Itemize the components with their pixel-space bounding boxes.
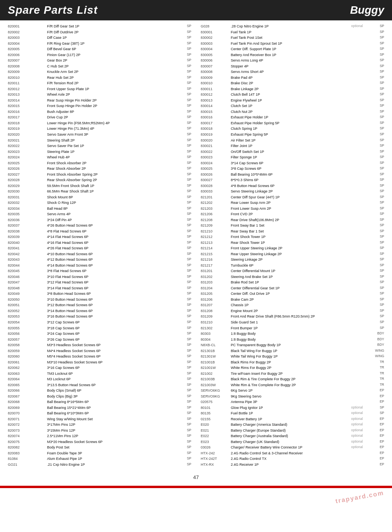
part-id: 820034 [7, 206, 45, 212]
table-row: 830017 Exhaust Pipe Holder Spring 5P SP [200, 120, 385, 126]
table-row: 820008 C Hub Set 2P SP [7, 64, 192, 69]
table-row: 820035 Servo Arms 4P SP [7, 211, 192, 217]
part-badge: SP [178, 149, 192, 154]
part-name: Filter Joint 1P [229, 143, 350, 149]
part-badge: SP [178, 189, 192, 194]
part-badge: SP [178, 160, 192, 166]
part-badge: EP [369, 445, 385, 450]
part-badge: SP [369, 280, 385, 285]
part-badge: SP [178, 274, 192, 280]
part-id: 830018 [200, 126, 229, 132]
part-badge: SP [369, 24, 385, 29]
part-id: 820014 [7, 98, 45, 103]
table-row: 820050 3*10 Button Head Screws 6P SP [7, 297, 192, 303]
part-optional [350, 280, 369, 285]
part-name: Antenna Pipe 3P [229, 399, 350, 405]
part-badge: SP [178, 382, 192, 388]
table-row: 820032 Shock O Ring 12P SP [7, 200, 192, 206]
part-optional [350, 382, 369, 388]
part-name: 2.4G Radio Control Set & 3-Channel Recei… [229, 450, 350, 456]
part-name: Steering Shaft 2P [45, 137, 178, 143]
part-optional [350, 450, 369, 456]
part-badge: SP [369, 64, 385, 69]
table-row: 830012 Clutch Bell 14T 1P SP [200, 92, 385, 98]
table-row: 820023 Steering Plate 1P SP [7, 149, 192, 154]
part-optional [350, 263, 369, 269]
part-badge: SP [369, 92, 385, 98]
page-number: 47 [193, 474, 199, 480]
table-row: 830016 Exhaust Pipe Holder 1P SP [200, 114, 385, 120]
part-name: Bush Adjuster 8P [45, 109, 178, 115]
part-badge: SP [178, 109, 192, 115]
part-badge: SP [369, 405, 385, 411]
part-id: 820012 [7, 86, 45, 92]
part-badge: SP [178, 422, 192, 428]
part-optional [350, 394, 369, 399]
part-name: .28 Cxp Nitro Engine 1P [229, 24, 350, 29]
part-badge: SP [178, 439, 192, 445]
part-optional: optional [350, 410, 369, 416]
table-row: 820066 Body Clips (Small) 6P SP [7, 388, 192, 394]
part-name: Charger/ Receiver Battery Wire Connector… [229, 445, 350, 450]
part-badge: SP [369, 291, 385, 297]
part-badge: SP [178, 41, 192, 47]
part-name: Front Shock Absorber 2P [45, 160, 178, 166]
part-name: Servo Saver Arm Front 3P [45, 132, 178, 138]
part-badge: SP [178, 280, 192, 285]
part-badge: SP [178, 268, 192, 274]
part-id: 820022 [7, 143, 45, 149]
table-row: 831202 Steering And Brake Set 1P SP [200, 274, 385, 280]
part-badge: SP [369, 149, 385, 154]
part-name: Shock O Ring 12P [45, 200, 178, 206]
part-badge: SP [178, 80, 192, 86]
part-id: 820043 [7, 257, 45, 263]
table-row: 830011 Brake Linkage 2P SP [200, 86, 385, 92]
table-row: 820058 M3*3 Headless Socket Screws 6P SP [7, 342, 192, 348]
part-id: 820069 [7, 405, 45, 411]
table-row: 820048 3*14 Flat Head Screws 6P SP [7, 285, 192, 291]
part-id: 820049 [7, 291, 45, 297]
table-row: 821001B Black Rims For Buggy 2P TR [200, 359, 385, 365]
part-badge: SP [369, 126, 385, 132]
table-row: 820018 Lower Hinge Pin (F58.5Mm;R52Mm) 4… [7, 120, 192, 126]
table-row: 820002 F/R Diff Outdrive 2P SP [7, 29, 192, 35]
table-row: 820047 3*12 Flat Head Screws 6P SP [7, 280, 192, 285]
part-name: Front Upper Susp Plate 1P [45, 86, 178, 92]
table-row: 830020 Air Filter Set 1P SP [200, 137, 385, 143]
part-name: 3*17Mm Pins 12P [45, 422, 178, 428]
part-id: 820030 [7, 189, 45, 194]
part-id: 820029 [7, 183, 45, 189]
part-badge: SP [178, 171, 192, 177]
table-row: 830023 Filter Sponge 1P SP [200, 154, 385, 160]
part-name: Servo Saver Pie Set 1P [45, 143, 178, 149]
part-id: 821215 [200, 251, 229, 257]
part-id: 830009 [200, 75, 229, 81]
part-name: Servo Arms 4P [45, 211, 178, 217]
table-row: 820007 Gear Box 2P SP [7, 58, 192, 64]
table-row: SERVO9KG 9Kg Steering Servo EP [200, 394, 385, 399]
part-badge: SP [178, 336, 192, 342]
part-badge: SP [369, 80, 385, 86]
part-badge: SP [369, 240, 385, 246]
part-id: 831202 [200, 274, 229, 280]
table-row: 821208 Rear Drive Shaft(106.8Mm) 2P SP [200, 217, 385, 223]
table-row: 820003 Diff Case 1P SP [7, 35, 192, 41]
part-name: Knuckle Arm Set 2P [45, 69, 178, 75]
part-badge: SP [178, 69, 192, 75]
right-parts-table: G028 .28 Cxp Nitro Engine 1P optional SP… [200, 24, 385, 467]
table-row: 820040 4*16 Flat Head Screws 6P SP [7, 240, 192, 246]
part-badge: SP [178, 154, 192, 160]
part-id: 820045 [7, 268, 45, 274]
part-id: 820051 [7, 302, 45, 308]
part-id: 820062 [7, 365, 45, 371]
table-row: 820019 Lower Hinge Pin (71.3Mm) 4P SP [7, 126, 192, 132]
part-optional [350, 217, 369, 223]
table-row: 820083 Foam Double Tape 3P SP [7, 450, 192, 456]
part-badge: TR [369, 370, 385, 376]
part-name: Center Diff. Out Drive 1P [229, 291, 350, 297]
part-badge: SP [178, 114, 192, 120]
part-badge: SP [369, 114, 385, 120]
part-name: Front Upper Steering Linkage 2P [229, 245, 350, 251]
part-id: 830001 [200, 29, 229, 35]
part-badge: SP [178, 206, 192, 212]
